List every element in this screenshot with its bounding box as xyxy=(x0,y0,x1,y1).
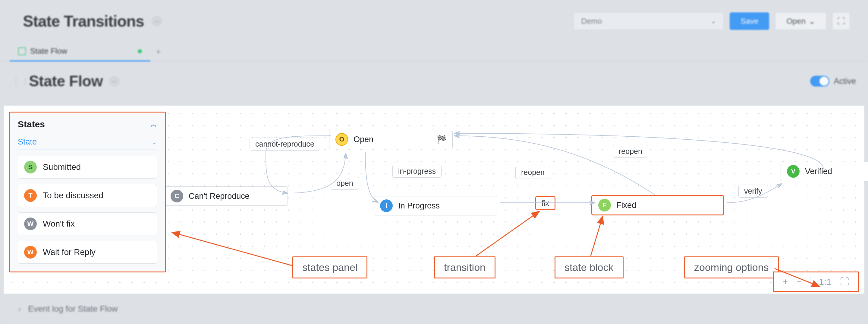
open-button[interactable]: Open ⌄ xyxy=(775,12,827,30)
page-header: State Transitions ··· Demo ⌄ Save Open ⌄… xyxy=(0,0,868,42)
state-label: In Progress xyxy=(398,201,440,211)
section-more-icon[interactable]: ··· xyxy=(109,76,120,87)
transition-open[interactable]: open xyxy=(331,177,359,190)
transition-cannot-reproduce[interactable]: cannot-reproduce xyxy=(250,138,320,150)
state-label: Verified xyxy=(805,167,832,176)
project-select-value: Demo xyxy=(581,17,602,26)
stateflow-icon xyxy=(18,47,26,55)
active-toggle-label: Active xyxy=(834,77,856,86)
state-node-verified[interactable]: V Verified xyxy=(781,162,868,181)
state-badge: F xyxy=(598,199,611,211)
state-card[interactable]: SSubmitted xyxy=(18,156,157,179)
state-badge: T xyxy=(24,189,37,202)
chevron-down-icon: ⌄ xyxy=(152,139,157,146)
expand-icon: ⛶ xyxy=(837,17,845,26)
chevron-down-icon: ⌄ xyxy=(809,17,815,26)
callout-zoom: zooming options xyxy=(684,257,779,278)
state-label: Fixed xyxy=(616,201,636,210)
transition-verify[interactable]: verify xyxy=(738,185,768,198)
save-button[interactable]: Save xyxy=(730,12,769,30)
state-badge: I xyxy=(380,199,393,212)
transition-reopen-2[interactable]: reopen xyxy=(613,145,648,158)
state-card[interactable]: WWait for Reply xyxy=(18,241,157,264)
fullscreen-button[interactable]: ⛶ xyxy=(832,12,850,30)
zoom-out-button[interactable]: − xyxy=(797,277,802,287)
section-title: State Flow xyxy=(29,72,103,90)
states-panel-title: States xyxy=(18,119,150,129)
state-card-label: To be discussed xyxy=(43,191,103,200)
project-select[interactable]: Demo ⌄ xyxy=(574,12,724,30)
state-node-cant-reproduce[interactable]: C Can't Reproduce xyxy=(164,186,288,206)
chevron-right-icon: › xyxy=(18,304,21,314)
state-badge: W xyxy=(24,246,37,259)
callout-state-block: state block xyxy=(555,257,624,278)
unsaved-dot-icon xyxy=(138,49,142,53)
state-dropdown-label: State xyxy=(18,137,37,147)
state-badge: O xyxy=(336,133,348,146)
more-icon[interactable]: ··· xyxy=(151,16,162,27)
state-badge: W xyxy=(24,217,37,230)
state-badge: V xyxy=(787,165,800,178)
collapse-icon[interactable]: ︽ xyxy=(150,120,157,129)
state-card[interactable]: WWon't fix xyxy=(18,212,157,235)
state-badge: C xyxy=(170,190,183,202)
zoom-in-button[interactable]: + xyxy=(783,277,788,287)
tabs: State Flow + xyxy=(0,42,868,62)
state-card-label: Submitted xyxy=(43,162,81,172)
tab-label: State Flow xyxy=(30,47,67,56)
states-panel: States ︽ State ⌄ SSubmittedTTo be discus… xyxy=(9,112,166,272)
page-title: State Transitions xyxy=(23,12,144,30)
callout-transition: transition xyxy=(434,257,495,278)
separator xyxy=(810,276,810,288)
states-list: SSubmittedTTo be discussedWWon't fixWWai… xyxy=(10,150,165,271)
zoom-reset-button[interactable]: 1:1 xyxy=(819,277,832,287)
chevron-down-icon: ⌄ xyxy=(711,17,716,25)
event-log-label: Event log for State Flow xyxy=(28,304,118,314)
transition-fix[interactable]: fix xyxy=(535,196,555,210)
zoom-toolbar: + − 1:1 ⛶ xyxy=(773,271,859,292)
tab-stateflow[interactable]: State Flow xyxy=(10,42,150,62)
state-badge: S xyxy=(24,161,37,174)
callout-states-panel: states panel xyxy=(292,257,367,278)
state-label: Open xyxy=(353,135,373,144)
add-tab-button[interactable]: + xyxy=(150,47,167,57)
state-card-label: Won't fix xyxy=(43,219,75,229)
checkered-flag-icon: 🏁 xyxy=(437,135,446,144)
transition-reopen[interactable]: reopen xyxy=(516,166,550,179)
drag-handle-icon[interactable]: ⋮⋮ xyxy=(12,77,24,86)
state-node-in-progress[interactable]: I In Progress xyxy=(374,196,497,215)
zoom-fit-button[interactable]: ⛶ xyxy=(840,277,849,287)
state-node-fixed[interactable]: F Fixed xyxy=(591,195,724,215)
state-node-open[interactable]: O Open 🏁 xyxy=(329,130,453,149)
state-label: Can't Reproduce xyxy=(189,192,250,201)
event-log-footer[interactable]: › Event log for State Flow xyxy=(0,294,868,324)
state-dropdown[interactable]: State ⌄ xyxy=(18,135,157,150)
transition-in-progress[interactable]: in-progress xyxy=(393,165,441,178)
active-toggle[interactable] xyxy=(810,76,830,87)
state-card[interactable]: TTo be discussed xyxy=(18,184,157,207)
save-button-label: Save xyxy=(741,17,758,26)
state-card-label: Wait for Reply xyxy=(43,247,96,257)
sub-header: ⋮⋮ State Flow ··· Active xyxy=(0,62,868,101)
open-button-label: Open xyxy=(786,17,806,26)
